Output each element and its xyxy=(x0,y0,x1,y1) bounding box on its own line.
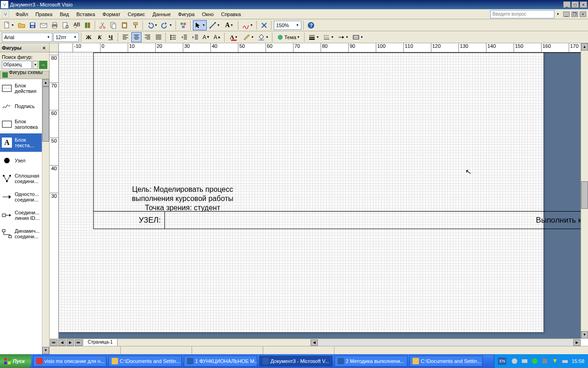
zoom-combo[interactable]: 150%▼ xyxy=(274,21,301,30)
align-center-button[interactable] xyxy=(131,32,141,42)
vscroll-up-button[interactable]: ▲ xyxy=(581,43,588,51)
menu-window[interactable]: Окно xyxy=(198,11,218,18)
tab-last-button[interactable]: ⏭ xyxy=(75,339,82,346)
align-left-button[interactable] xyxy=(120,32,130,42)
connection-point-button[interactable] xyxy=(259,20,269,30)
doc-restore-button[interactable]: ❐ xyxy=(571,12,578,17)
line-ends-button[interactable]: ▼ xyxy=(336,32,350,42)
connector-tool-button[interactable]: ▼ xyxy=(208,20,221,30)
tab-prev-button[interactable]: ◀ xyxy=(58,339,66,346)
hscroll-right-button[interactable]: ▶ xyxy=(573,339,581,346)
doc-minimize-button[interactable]: _ xyxy=(563,12,570,17)
shapes-button[interactable] xyxy=(178,20,188,30)
research-button[interactable] xyxy=(83,20,93,30)
cut-button[interactable] xyxy=(97,20,107,30)
canvas-viewport[interactable]: УЗЕЛ: Выполнить курсовую работу Цель: Мо… xyxy=(59,52,581,339)
font-name-combo[interactable]: Arial▼ xyxy=(2,33,52,42)
hscroll-left-button[interactable]: ◀ xyxy=(311,339,318,346)
node-cell[interactable]: УЗЕЛ: xyxy=(94,212,165,229)
scroll-up-icon[interactable]: ▲ xyxy=(42,79,49,86)
save-button[interactable] xyxy=(28,20,38,30)
page-tab[interactable]: Страница-1 xyxy=(83,339,118,346)
menu-format[interactable]: Формат xyxy=(99,11,124,18)
search-input[interactable]: Образец xyxy=(2,61,32,69)
tray-icon[interactable] xyxy=(561,357,569,365)
theme-button[interactable]: Тема▼ xyxy=(275,32,302,42)
paste-button[interactable] xyxy=(119,20,130,30)
taskbar-task-5[interactable]: C:\Documents and Settin... xyxy=(409,356,483,367)
minimize-button[interactable]: _ xyxy=(563,1,571,8)
stencil-header[interactable]: Фигуры схемы ... xyxy=(0,71,49,79)
tray-icon[interactable] xyxy=(531,357,538,365)
decrease-font-button[interactable]: A▼ xyxy=(201,32,211,42)
format-button[interactable]: ▼ xyxy=(351,32,365,42)
drawing-page[interactable]: УЗЕЛ: Выполнить курсовую работу Цель: Мо… xyxy=(59,52,543,332)
vscroll-thumb[interactable] xyxy=(581,181,588,209)
search-dropdown[interactable]: ▼ xyxy=(33,61,38,69)
decrease-indent-button[interactable] xyxy=(179,32,189,42)
scroll-down-icon[interactable]: ▼ xyxy=(42,347,49,354)
vertical-scrollbar[interactable]: ▲ ▼ xyxy=(581,43,588,339)
font-color-button[interactable]: A▼ xyxy=(227,32,241,42)
print-button[interactable] xyxy=(50,20,60,30)
mail-button[interactable] xyxy=(39,20,49,30)
taskbar-task-4[interactable]: 2 Методика выполнени... xyxy=(334,356,407,367)
open-button[interactable] xyxy=(17,20,27,30)
new-button[interactable]: ▼ xyxy=(2,20,16,30)
bullets-button[interactable] xyxy=(168,32,178,42)
maximize-button[interactable]: □ xyxy=(571,1,579,8)
line-pattern-button[interactable]: ▼ xyxy=(322,32,335,42)
horizontal-scrollbar[interactable]: ◀ ▶ xyxy=(311,339,581,346)
line-weight-button[interactable]: ▼ xyxy=(307,32,321,42)
tab-first-button[interactable]: ⏮ xyxy=(50,339,57,346)
doc-close-button[interactable]: × xyxy=(580,12,586,17)
underline-button[interactable]: Ч xyxy=(106,32,116,42)
scroll-thumb[interactable] xyxy=(42,86,49,142)
taskbar-task-1[interactable]: C:\Documents and Settin... xyxy=(108,356,182,367)
text-tool-button[interactable]: A▼ xyxy=(222,20,236,30)
spelling-button[interactable]: ABC xyxy=(72,20,82,30)
copy-button[interactable] xyxy=(108,20,119,30)
taskbar-clock[interactable]: 15:58 xyxy=(571,358,584,364)
text-block[interactable]: Цель: Моделировать процесс выполнения ку… xyxy=(126,185,239,213)
start-button[interactable]: Пуск xyxy=(0,354,31,368)
shapes-pane-close-button[interactable]: × xyxy=(41,45,47,51)
help-button[interactable]: ? xyxy=(306,20,316,30)
menu-view[interactable]: Вид xyxy=(56,11,73,18)
tray-icon[interactable] xyxy=(551,357,559,365)
increase-font-button[interactable]: A▲ xyxy=(212,32,222,42)
tray-icon[interactable] xyxy=(521,357,528,365)
ink-tool-button[interactable]: ▼ xyxy=(241,20,254,30)
menu-tools[interactable]: Сервис xyxy=(124,11,149,18)
menu-help[interactable]: Справка xyxy=(217,11,244,18)
line-color-button[interactable]: ▼ xyxy=(242,32,255,42)
menu-edit[interactable]: Правка xyxy=(32,11,56,18)
increase-indent-button[interactable] xyxy=(190,32,200,42)
format-painter-button[interactable] xyxy=(130,20,141,30)
undo-button[interactable]: ▼ xyxy=(145,20,159,30)
shapes-scrollbar[interactable]: ▲ ▼ xyxy=(42,79,49,354)
align-justify-button[interactable] xyxy=(153,32,164,42)
taskbar-task-2[interactable]: 1 ФУНКЦИОНАЛЬНОЕ М... xyxy=(184,356,257,367)
tab-next-button[interactable]: ▶ xyxy=(67,339,74,346)
hscroll-track[interactable] xyxy=(318,339,573,346)
tray-icon[interactable] xyxy=(541,357,548,365)
close-button[interactable]: × xyxy=(580,1,587,8)
horizontal-ruler[interactable]: -100102030405060708090100110120130140150… xyxy=(59,43,581,52)
taskbar-task-3[interactable]: Документ3 - Microsoft V... xyxy=(259,356,333,367)
vertical-ruler[interactable]: 807060504030 xyxy=(50,52,59,339)
ask-question-box[interactable]: Введите вопрос xyxy=(490,10,554,18)
taskbar-task-0[interactable]: visio ms описание для н... xyxy=(33,356,107,367)
menu-insert[interactable]: Вставка xyxy=(73,11,99,18)
italic-button[interactable]: К xyxy=(95,32,105,42)
redo-button[interactable]: ▼ xyxy=(160,20,174,30)
print-preview-button[interactable] xyxy=(61,20,71,30)
menu-file[interactable]: Файл xyxy=(12,11,32,18)
bold-button[interactable]: Ж xyxy=(84,32,94,42)
visio-icon[interactable]: V xyxy=(2,11,9,18)
tray-icon[interactable] xyxy=(511,357,518,365)
search-go-button[interactable]: → xyxy=(39,61,47,69)
fill-color-button[interactable]: ▼ xyxy=(256,32,270,42)
menu-shape[interactable]: Фигура xyxy=(175,11,198,18)
language-indicator[interactable]: EN xyxy=(498,357,506,365)
